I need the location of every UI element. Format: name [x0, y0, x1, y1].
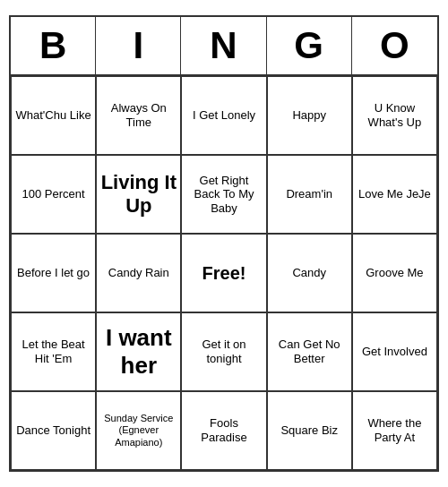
header-letter: N: [181, 17, 266, 74]
bingo-cell: Always On Time: [96, 76, 181, 155]
bingo-cell: Can Get No Better: [267, 312, 352, 391]
bingo-cell: Candy: [267, 234, 352, 312]
bingo-cell: I Get Lonely: [181, 76, 266, 155]
bingo-cell: Let the Beat Hit 'Em: [11, 312, 96, 391]
bingo-cell: Fools Paradise: [181, 391, 266, 470]
bingo-cell: 100 Percent: [11, 155, 96, 234]
bingo-cell: U Know What's Up: [352, 76, 437, 155]
bingo-cell: I want her: [96, 312, 181, 391]
bingo-cell: Get it on tonight: [181, 312, 266, 391]
bingo-cell: Before I let go: [11, 234, 96, 312]
bingo-card: BINGO What'Chu LikeAlways On TimeI Get L…: [9, 15, 439, 472]
header-letter: B: [11, 17, 96, 74]
bingo-cell: Groove Me: [352, 234, 437, 312]
bingo-cell: Where the Party At: [352, 391, 437, 470]
bingo-cell: Get Involved: [352, 312, 437, 391]
bingo-cell: What'Chu Like: [11, 76, 96, 155]
bingo-cell: Candy Rain: [96, 234, 181, 312]
bingo-header: BINGO: [11, 17, 437, 76]
bingo-grid: What'Chu LikeAlways On TimeI Get LonelyH…: [11, 76, 437, 470]
bingo-cell: Free!: [181, 234, 266, 312]
bingo-cell: Dream'in: [267, 155, 352, 234]
header-letter: I: [96, 17, 181, 74]
header-letter: G: [267, 17, 352, 74]
bingo-cell: Get Right Back To My Baby: [181, 155, 266, 234]
bingo-cell: Living It Up: [96, 155, 181, 234]
header-letter: O: [352, 17, 437, 74]
bingo-cell: Dance Tonight: [11, 391, 96, 470]
bingo-cell: Sunday Service (Egnever Amapiano): [96, 391, 181, 470]
bingo-cell: Love Me JeJe: [352, 155, 437, 234]
bingo-cell: Square Biz: [267, 391, 352, 470]
bingo-cell: Happy: [267, 76, 352, 155]
